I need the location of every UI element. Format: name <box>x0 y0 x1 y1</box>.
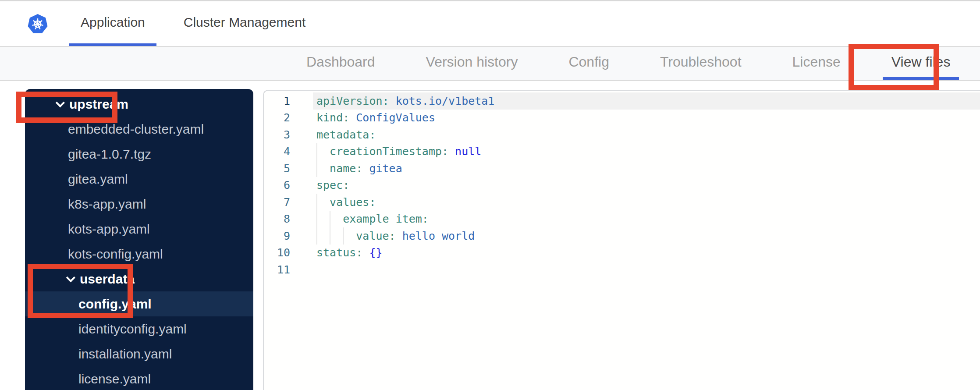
token-key: creationTimestamp: <box>330 145 448 158</box>
token-key: apiVersion: <box>316 95 389 107</box>
tree-item-label: upstream <box>69 97 128 112</box>
tree-file-embedded-cluster-yaml[interactable]: embedded-cluster.yaml <box>25 117 253 142</box>
code-line-11[interactable]: 11 <box>264 261 980 278</box>
indent-guide <box>316 211 317 228</box>
line-number: 11 <box>264 263 313 276</box>
nav-item-label: Dashboard <box>298 47 384 80</box>
token-plain <box>316 145 330 158</box>
token-key: value: <box>356 230 395 242</box>
tree-file-license-yaml[interactable]: license.yaml <box>25 366 253 390</box>
token-key: kind: <box>316 111 349 124</box>
kubernetes-logo-icon[interactable] <box>27 13 48 35</box>
yaml-file-viewer[interactable]: 1apiVersion: kots.io/v1beta12kind: Confi… <box>263 90 980 390</box>
code-line-5[interactable]: 5 name: gitea <box>264 160 980 177</box>
tree-file-gitea-yaml[interactable]: gitea.yaml <box>25 167 253 191</box>
token-val: ConfigValues <box>349 111 435 124</box>
tree-file-gitea-1-0-7-tgz[interactable]: gitea-1.0.7.tgz <box>25 142 253 167</box>
code-line-7[interactable]: 7 values: <box>264 194 980 211</box>
token-plain <box>316 196 330 209</box>
code-line-content: metadata: <box>313 126 980 143</box>
nav-item-label: Version history <box>417 47 527 80</box>
indent-guide <box>330 227 330 245</box>
header-tab-application[interactable]: Application <box>69 1 156 46</box>
indent-guide <box>316 143 317 160</box>
code-line-4[interactable]: 4 creationTimestamp: null <box>264 143 980 160</box>
tree-item-label: userdata <box>80 272 135 287</box>
line-number: 7 <box>264 196 313 209</box>
code-line-9[interactable]: 9 value: hello world <box>264 227 980 245</box>
line-number: 10 <box>264 246 313 259</box>
header-tab-label: Application <box>69 1 156 46</box>
tree-file-k8s-app-yaml[interactable]: k8s-app.yaml <box>25 191 253 216</box>
tree-item-label: config.yaml <box>78 297 152 312</box>
nav-item-dashboard[interactable]: Dashboard <box>281 47 401 80</box>
tree-item-label: embedded-cluster.yaml <box>68 122 204 137</box>
line-number: 3 <box>264 128 313 141</box>
kubernetes-logo-svg <box>27 13 48 35</box>
app-header: ApplicationCluster Management <box>0 1 980 47</box>
nav-item-label: View files <box>883 47 959 80</box>
token-const: {} <box>362 246 382 259</box>
code-line-3[interactable]: 3metadata: <box>264 126 980 143</box>
tree-item-label: gitea.yaml <box>68 172 128 187</box>
code-line-content: name: gitea <box>313 160 980 177</box>
chevron-down-icon <box>66 273 75 282</box>
tree-item-label: license.yaml <box>78 372 151 386</box>
header-tabs: ApplicationCluster Management <box>48 1 317 46</box>
line-number: 8 <box>264 213 313 225</box>
nav-item-view-files[interactable]: View files <box>866 47 976 80</box>
tree-file-installation-yaml[interactable]: installation.yaml <box>25 341 253 366</box>
tree-item-label: installation.yaml <box>78 347 172 362</box>
tree-folder-upstream[interactable]: upstream <box>25 92 253 117</box>
indent-guide <box>316 194 317 211</box>
chevron-down-icon <box>56 98 65 107</box>
nav-item-troubleshoot[interactable]: Troubleshoot <box>635 47 767 80</box>
tree-item-label: kots-app.yaml <box>68 222 150 237</box>
nav-item-version-history[interactable]: Version history <box>401 47 543 80</box>
code-line-6[interactable]: 6spec: <box>264 177 980 194</box>
token-key: status: <box>316 246 362 259</box>
nav-item-label: Troubleshoot <box>651 47 750 80</box>
tree-file-kots-config-yaml[interactable]: kots-config.yaml <box>25 241 253 266</box>
code-line-8[interactable]: 8 example_item: <box>264 211 980 228</box>
code-line-10[interactable]: 10status: {} <box>264 245 980 262</box>
token-val: kots.io/v1beta1 <box>389 95 495 107</box>
code-line-content: apiVersion: kots.io/v1beta1 <box>313 92 980 110</box>
tree-file-kots-app-yaml[interactable]: kots-app.yaml <box>25 216 253 241</box>
tree-file-identityconfig-yaml[interactable]: identityconfig.yaml <box>25 316 253 341</box>
nav-item-label: Config <box>560 47 618 80</box>
tree-item-label: identityconfig.yaml <box>78 322 187 337</box>
code-line-content: creationTimestamp: null <box>313 143 980 160</box>
nav-item-license[interactable]: License <box>767 47 866 80</box>
token-key: metadata: <box>316 128 376 141</box>
line-number: 4 <box>264 145 313 158</box>
tree-item-label: gitea-1.0.7.tgz <box>68 147 151 162</box>
tree-file-config-yaml[interactable]: config.yaml <box>25 291 253 316</box>
tree-folder-userdata[interactable]: userdata <box>25 266 253 291</box>
token-key: example_item: <box>343 213 429 225</box>
token-key: name: <box>330 162 362 175</box>
line-number: 5 <box>264 162 313 175</box>
code-line-content: values: <box>313 194 980 211</box>
app-subnav: DashboardVersion historyConfigTroublesho… <box>0 47 980 81</box>
code-line-content <box>313 261 980 278</box>
token-plain <box>316 230 356 242</box>
code-line-2[interactable]: 2kind: ConfigValues <box>264 110 980 127</box>
token-key: spec: <box>316 179 349 191</box>
nav-item-config[interactable]: Config <box>543 47 635 80</box>
code-line-1[interactable]: 1apiVersion: kots.io/v1beta1 <box>264 92 980 110</box>
line-number: 2 <box>264 111 313 124</box>
indent-guide <box>316 227 317 245</box>
token-plain <box>316 162 330 175</box>
file-tree-sidebar: upstreamembedded-cluster.yamlgitea-1.0.7… <box>25 89 253 390</box>
token-val: gitea <box>362 162 402 175</box>
kots-admin-console: ApplicationCluster Management DashboardV… <box>0 0 980 390</box>
tree-item-label: k8s-app.yaml <box>68 197 146 212</box>
indent-guide <box>316 160 317 177</box>
code-line-content: kind: ConfigValues <box>313 110 980 127</box>
header-tab-label: Cluster Management <box>172 1 317 46</box>
line-number: 9 <box>264 230 313 242</box>
indent-guide <box>343 227 344 245</box>
header-tab-cluster-management[interactable]: Cluster Management <box>172 1 317 46</box>
code-line-content: spec: <box>313 177 980 194</box>
